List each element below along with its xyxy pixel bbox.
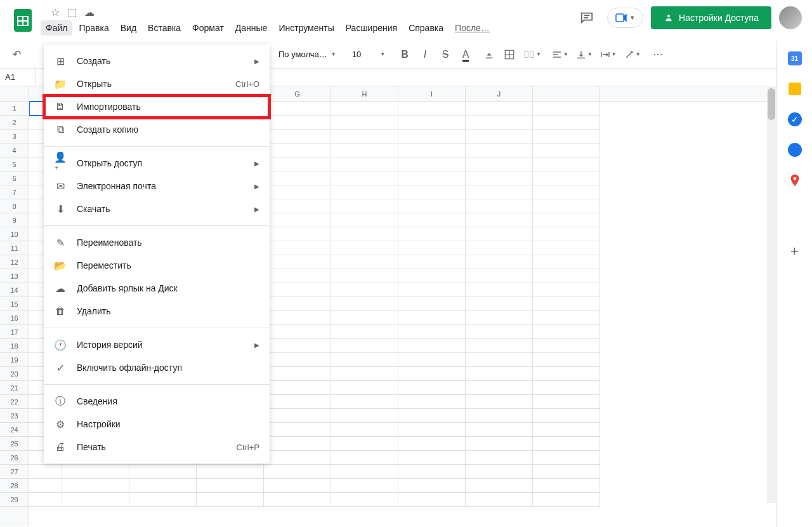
- cell[interactable]: [264, 102, 331, 116]
- row-header[interactable]: 13: [0, 269, 29, 283]
- row-header[interactable]: 7: [0, 185, 29, 199]
- row-header[interactable]: 21: [0, 381, 29, 395]
- cell[interactable]: [466, 171, 533, 185]
- row-header[interactable]: 14: [0, 283, 29, 297]
- cell[interactable]: [264, 325, 331, 339]
- cell[interactable]: [264, 451, 331, 465]
- menu-расширения[interactable]: Расширения: [341, 20, 402, 36]
- cell[interactable]: [533, 311, 600, 325]
- tasks-icon[interactable]: ✓: [787, 112, 802, 127]
- cell[interactable]: [466, 479, 533, 493]
- menu-item-открыть-доступ[interactable]: 👤⁺Открыть доступ▶: [44, 152, 270, 175]
- cell[interactable]: [466, 395, 533, 409]
- cell[interactable]: [264, 339, 331, 353]
- cell[interactable]: [331, 437, 398, 451]
- cell[interactable]: [398, 116, 466, 130]
- vertical-scrollbar[interactable]: [767, 87, 776, 503]
- last-edit-link[interactable]: После…: [455, 23, 490, 33]
- cell[interactable]: [331, 423, 398, 437]
- cell[interactable]: [533, 395, 600, 409]
- cell[interactable]: [264, 171, 331, 185]
- bold-button[interactable]: B: [396, 46, 414, 63]
- cell[interactable]: [264, 241, 331, 255]
- cell[interactable]: [533, 143, 600, 157]
- row-header[interactable]: 2: [0, 116, 29, 130]
- column-header[interactable]: [533, 86, 600, 101]
- cell[interactable]: [264, 395, 331, 409]
- row-header[interactable]: 17: [0, 325, 29, 339]
- cell[interactable]: [264, 283, 331, 297]
- cell[interactable]: [533, 423, 600, 437]
- cell[interactable]: [533, 157, 600, 171]
- select-all-corner[interactable]: [0, 86, 29, 102]
- row-header[interactable]: 5: [0, 157, 29, 171]
- cell[interactable]: [264, 143, 331, 157]
- menu-вставка[interactable]: Вставка: [143, 20, 186, 36]
- cell[interactable]: [466, 493, 533, 507]
- menu-item-переименовать[interactable]: ✎Переименовать: [44, 231, 270, 254]
- rotate-button[interactable]: ▼: [622, 46, 643, 63]
- cell[interactable]: [533, 102, 600, 116]
- scroll-thumb[interactable]: [768, 88, 775, 120]
- cell[interactable]: [466, 297, 533, 311]
- cell[interactable]: [533, 381, 600, 395]
- menu-item-сведения[interactable]: ⓘСведения: [44, 390, 270, 413]
- cell[interactable]: [331, 465, 398, 479]
- menu-файл[interactable]: Файл: [41, 20, 72, 36]
- cell[interactable]: [129, 493, 197, 507]
- cell[interactable]: [331, 451, 398, 465]
- cell[interactable]: [466, 311, 533, 325]
- cell[interactable]: [264, 353, 331, 367]
- row-header[interactable]: 11: [0, 241, 29, 255]
- row-header[interactable]: 1: [0, 102, 29, 116]
- cell[interactable]: [533, 171, 600, 185]
- cell[interactable]: [197, 493, 264, 507]
- cell[interactable]: [331, 255, 398, 269]
- cell[interactable]: [398, 255, 466, 269]
- row-header[interactable]: 10: [0, 227, 29, 241]
- cell[interactable]: [466, 465, 533, 479]
- account-avatar[interactable]: [779, 6, 802, 29]
- row-header[interactable]: 20: [0, 367, 29, 381]
- row-header[interactable]: 28: [0, 479, 29, 493]
- cell[interactable]: [533, 185, 600, 199]
- row-header[interactable]: 24: [0, 423, 29, 437]
- row-header[interactable]: 16: [0, 311, 29, 325]
- meet-button[interactable]: ▼: [607, 8, 643, 28]
- more-button[interactable]: ⋯: [649, 46, 667, 63]
- cell[interactable]: [264, 297, 331, 311]
- menu-инструменты[interactable]: Инструменты: [273, 20, 339, 36]
- cell[interactable]: [533, 451, 600, 465]
- keep-icon[interactable]: [787, 81, 802, 97]
- cell[interactable]: [331, 199, 398, 213]
- borders-button[interactable]: [501, 46, 518, 63]
- cell[interactable]: [466, 143, 533, 157]
- cell[interactable]: [264, 199, 331, 213]
- menu-item-переместить[interactable]: 📂Переместить: [44, 254, 270, 277]
- menu-item-печать[interactable]: 🖨ПечатьCtrl+P: [44, 436, 270, 458]
- sheets-logo[interactable]: [10, 8, 36, 33]
- cell[interactable]: [466, 339, 533, 353]
- cell[interactable]: [264, 423, 331, 437]
- cell[interactable]: [466, 353, 533, 367]
- cell[interactable]: [331, 311, 398, 325]
- cell[interactable]: [331, 297, 398, 311]
- cell[interactable]: [264, 367, 331, 381]
- cell[interactable]: [398, 451, 466, 465]
- row-header[interactable]: 12: [0, 255, 29, 269]
- menu-данные[interactable]: Данные: [230, 20, 273, 36]
- cell[interactable]: [331, 269, 398, 283]
- row-header[interactable]: 27: [0, 465, 29, 479]
- cell[interactable]: [29, 465, 62, 479]
- cloud-icon[interactable]: ☁: [84, 6, 95, 18]
- cell[interactable]: [466, 255, 533, 269]
- cell[interactable]: [331, 185, 398, 199]
- cell[interactable]: [466, 102, 533, 116]
- cell[interactable]: [533, 325, 600, 339]
- cell[interactable]: [264, 130, 331, 143]
- cell[interactable]: [398, 283, 466, 297]
- cell[interactable]: [398, 353, 466, 367]
- cell[interactable]: [62, 493, 129, 507]
- row-header[interactable]: 22: [0, 395, 29, 409]
- cell[interactable]: [264, 381, 331, 395]
